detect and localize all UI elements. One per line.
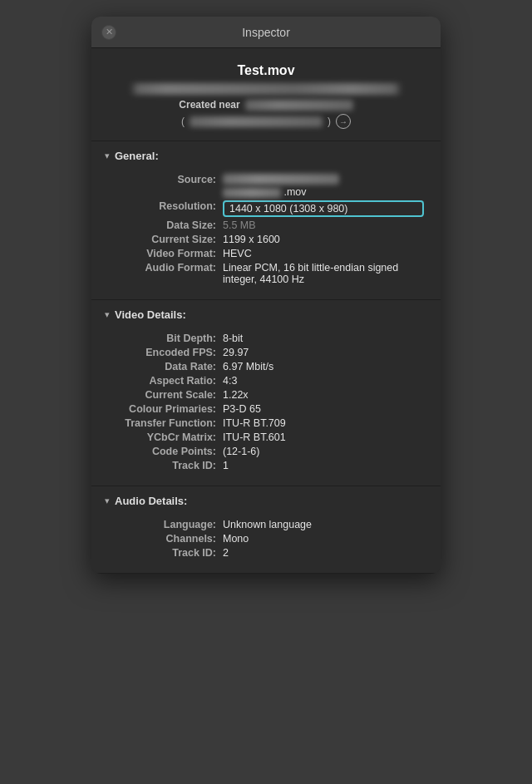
code-points-row: Code Points: (12-1-6) bbox=[108, 446, 424, 457]
ycbcr-matrix-value: ITU-R BT.601 bbox=[223, 431, 424, 443]
audio-details-content: Language: Unknown language Channels: Mon… bbox=[91, 514, 441, 573]
video-track-id-value: 1 bbox=[223, 460, 424, 471]
arrow-icon: → bbox=[339, 117, 347, 126]
general-section-header[interactable]: ▾ General: bbox=[91, 141, 441, 169]
language-label: Language: bbox=[108, 519, 216, 530]
source-label: Source: bbox=[108, 174, 216, 198]
source-path-blurred bbox=[223, 174, 339, 185]
data-rate-value: 6.97 Mbit/s bbox=[223, 361, 424, 372]
resolution-label: Resolution: bbox=[108, 200, 216, 217]
video-details-section: ▾ Video Details: Bit Depth: 8-bit Encode… bbox=[91, 300, 441, 486]
language-row: Language: Unknown language bbox=[108, 519, 424, 530]
transfer-function-row: Transfer Function: ITU-R BT.709 bbox=[108, 417, 424, 429]
audio-details-title: Audio Details: bbox=[115, 495, 187, 507]
navigate-button[interactable]: → bbox=[336, 114, 351, 129]
channels-row: Channels: Mono bbox=[108, 533, 424, 545]
location-blurred bbox=[190, 116, 323, 127]
source-extension: .mov bbox=[283, 186, 306, 198]
created-near-value-blurred bbox=[245, 100, 353, 111]
resolution-row: Resolution: 1440 x 1080 (1308 x 980) bbox=[108, 200, 424, 217]
general-section-content: Source: .mov Resolution: 1440 x 1080 (13… bbox=[91, 169, 441, 299]
colour-primaries-label: Colour Primaries: bbox=[108, 403, 216, 415]
channels-label: Channels: bbox=[108, 533, 216, 545]
current-size-value: 1199 x 1600 bbox=[223, 234, 424, 245]
encoded-fps-value: 29.97 bbox=[223, 347, 424, 358]
source-row: Source: .mov bbox=[108, 174, 424, 198]
source-value: .mov bbox=[223, 174, 424, 198]
video-track-id-row: Track ID: 1 bbox=[108, 460, 424, 471]
video-format-label: Video Format: bbox=[108, 248, 216, 259]
location-row: ( ) → bbox=[108, 114, 424, 129]
current-size-row: Current Size: 1199 x 1600 bbox=[108, 234, 424, 245]
resolution-value: 1440 x 1080 (1308 x 980) bbox=[223, 200, 424, 217]
general-section: ▾ General: Source: .mov Resolution: 1440… bbox=[91, 141, 441, 300]
aspect-ratio-label: Aspect Ratio: bbox=[108, 375, 216, 387]
location-paren-close: ) bbox=[328, 116, 331, 127]
audio-track-id-value: 2 bbox=[223, 547, 424, 559]
audio-details-header[interactable]: ▾ Audio Details: bbox=[91, 486, 441, 514]
created-near-label: Created near bbox=[179, 99, 239, 111]
code-points-value: (12-1-6) bbox=[223, 446, 424, 457]
audio-format-label: Audio Format: bbox=[108, 262, 216, 285]
data-rate-row: Data Rate: 6.97 Mbit/s bbox=[108, 361, 424, 372]
inspector-window: ✕ Inspector Test.mov Created near ( ) → … bbox=[91, 17, 441, 574]
aspect-ratio-value: 4:3 bbox=[223, 375, 424, 387]
general-toggle-icon: ▾ bbox=[105, 150, 110, 161]
file-name: Test.mov bbox=[108, 63, 424, 78]
video-details-content: Bit Depth: 8-bit Encoded FPS: 29.97 Data… bbox=[91, 328, 441, 486]
channels-value: Mono bbox=[223, 533, 424, 545]
video-track-id-label: Track ID: bbox=[108, 460, 216, 471]
source-path-partial: .mov bbox=[223, 186, 424, 198]
blurred-path-line bbox=[124, 83, 408, 95]
current-scale-value: 1.22x bbox=[223, 389, 424, 401]
audio-format-row: Audio Format: Linear PCM, 16 bit little-… bbox=[108, 262, 424, 285]
encoded-fps-label: Encoded FPS: bbox=[108, 347, 216, 358]
colour-primaries-value: P3-D 65 bbox=[223, 403, 424, 415]
video-details-header[interactable]: ▾ Video Details: bbox=[91, 300, 441, 328]
current-scale-label: Current Scale: bbox=[108, 389, 216, 401]
current-scale-row: Current Scale: 1.22x bbox=[108, 389, 424, 401]
transfer-function-label: Transfer Function: bbox=[108, 417, 216, 429]
title-bar: ✕ Inspector bbox=[91, 17, 441, 48]
transfer-function-value: ITU-R BT.709 bbox=[223, 417, 424, 429]
window-title: Inspector bbox=[242, 26, 290, 39]
data-rate-label: Data Rate: bbox=[108, 361, 216, 372]
bit-depth-label: Bit Depth: bbox=[108, 333, 216, 344]
current-size-label: Current Size: bbox=[108, 234, 216, 245]
audio-details-section: ▾ Audio Details: Language: Unknown langu… bbox=[91, 486, 441, 574]
language-value: Unknown language bbox=[223, 519, 424, 530]
video-toggle-icon: ▾ bbox=[105, 309, 110, 320]
audio-track-id-label: Track ID: bbox=[108, 547, 216, 559]
created-near-row: Created near bbox=[108, 99, 424, 111]
audio-toggle-icon: ▾ bbox=[105, 496, 110, 506]
video-format-value: HEVC bbox=[223, 248, 424, 259]
aspect-ratio-row: Aspect Ratio: 4:3 bbox=[108, 375, 424, 387]
general-section-title: General: bbox=[115, 150, 159, 162]
code-points-label: Code Points: bbox=[108, 446, 216, 457]
close-button[interactable]: ✕ bbox=[101, 25, 116, 40]
audio-format-value: Linear PCM, 16 bit little-endian signed … bbox=[223, 262, 424, 285]
colour-primaries-row: Colour Primaries: P3-D 65 bbox=[108, 403, 424, 415]
data-size-value: 5.5 MB bbox=[223, 219, 424, 231]
source-partial-blurred bbox=[223, 188, 281, 198]
header-section: Test.mov Created near ( ) → bbox=[91, 48, 441, 141]
data-size-label: Data Size: bbox=[108, 219, 216, 231]
data-size-row: Data Size: 5.5 MB bbox=[108, 219, 424, 231]
location-paren-open: ( bbox=[181, 116, 185, 127]
ycbcr-matrix-row: YCbCr Matrix: ITU-R BT.601 bbox=[108, 431, 424, 443]
audio-track-id-row: Track ID: 2 bbox=[108, 547, 424, 559]
video-details-title: Video Details: bbox=[115, 308, 186, 321]
ycbcr-matrix-label: YCbCr Matrix: bbox=[108, 431, 216, 443]
bit-depth-value: 8-bit bbox=[223, 333, 424, 344]
encoded-fps-row: Encoded FPS: 29.97 bbox=[108, 347, 424, 358]
bit-depth-row: Bit Depth: 8-bit bbox=[108, 333, 424, 344]
video-format-row: Video Format: HEVC bbox=[108, 248, 424, 259]
